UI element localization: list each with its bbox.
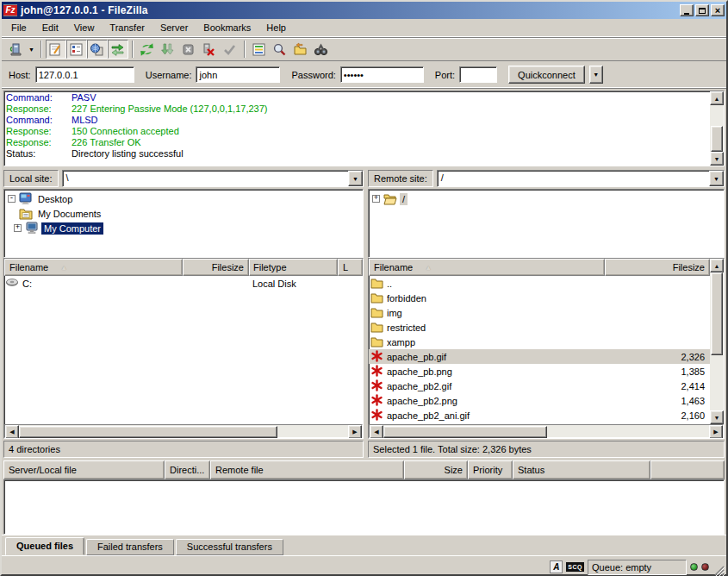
file-row[interactable]: apache_pb2.png1,463 [369,393,710,408]
remote-list-hscrollbar[interactable]: ◀ ▶ [369,424,724,438]
column-filename[interactable]: Filename▲ [4,259,183,276]
file-row[interactable]: img [369,305,710,320]
file-list-panes: Filename▲ Filesize Filetype L C: Local D… [2,258,726,439]
scroll-left-icon[interactable]: ◀ [370,425,383,439]
remote-list-vscrollbar[interactable]: ▲ ▼ [710,259,724,424]
file-row[interactable]: forbidden [369,291,710,305]
column-remote-file[interactable]: Remote file [210,460,404,479]
column-priority[interactable]: Priority [468,460,513,479]
scroll-down-icon[interactable]: ▼ [710,410,724,424]
cancel-operation-icon[interactable] [178,40,199,59]
column-filename[interactable]: Filename▲ [369,259,605,276]
minimize-button[interactable] [680,4,694,16]
transfer-type-indicator-icon[interactable]: A [550,560,563,573]
local-treeview-toggle-icon[interactable] [66,40,87,59]
host-input[interactable] [35,66,134,83]
quickconnect-dropdown-icon[interactable]: ▼ [589,66,603,84]
chevron-down-icon[interactable]: ▼ [348,171,363,186]
refresh-icon[interactable] [137,40,158,59]
my-computer-icon [25,222,39,235]
sort-ascending-icon: ▲ [425,264,432,272]
menu-bookmarks[interactable]: Bookmarks [196,21,258,35]
expand-icon[interactable]: + [372,195,380,203]
process-queue-icon[interactable] [158,40,178,59]
scq-indicator-icon[interactable]: SCQ [566,562,584,572]
scroll-up-icon[interactable]: ▲ [710,91,724,105]
chevron-down-icon[interactable]: ▼ [709,171,724,186]
directory-comparison-icon[interactable] [290,40,311,59]
message-log-toggle-icon[interactable] [46,40,66,59]
menu-server[interactable]: Server [152,21,196,35]
tree-item-desktop[interactable]: - Desktop [4,191,363,206]
file-row-selected[interactable]: apache_pb.gif2,326 [369,349,710,364]
file-row[interactable]: apache_pb2_ani.gif2,160 [369,408,710,423]
tab-failed-transfers[interactable]: Failed transfers [86,539,174,555]
toolbar-separator [40,41,42,58]
scroll-left-icon[interactable]: ◀ [5,425,19,439]
column-filesize[interactable]: Filesize [605,259,710,276]
close-button[interactable]: × [711,4,725,16]
folder-icon [370,277,384,290]
status-bar: A SCQ Queue: empty [2,555,726,576]
scroll-right-icon[interactable]: ▶ [709,425,723,439]
remote-list-header: Filename▲ Filesize [369,259,710,276]
menu-transfer[interactable]: Transfer [102,21,152,35]
menu-file[interactable]: File [3,21,34,35]
menu-view[interactable]: View [66,21,103,35]
menu-edit[interactable]: Edit [34,21,66,35]
log-scrollbar[interactable]: ▲ ▼ [710,91,724,166]
username-input[interactable] [196,66,280,83]
column-size[interactable]: Size [404,460,468,479]
column-direction[interactable]: Directi... [165,460,210,479]
collapse-icon[interactable]: - [8,195,16,203]
desktop-icon [19,192,33,205]
menu-help[interactable]: Help [258,21,294,35]
quickconnect-button[interactable]: Quickconnect [508,66,585,84]
maximize-button[interactable] [695,4,709,16]
site-manager-icon[interactable] [5,40,26,59]
remote-tree: + / [368,189,725,258]
remote-site-combo[interactable]: / ▼ [437,170,725,187]
window-title: john@127.0.0.1 - FileZilla [21,4,678,16]
scroll-right-icon[interactable]: ▶ [348,425,362,439]
scrollbar-thumb[interactable] [711,272,723,355]
file-row[interactable]: apache_pb2.gif2,414 [369,379,710,393]
port-input[interactable] [459,66,497,83]
scrollbar-thumb[interactable] [711,126,723,152]
tree-item-root[interactable]: + / [369,191,724,206]
file-row[interactable]: xampp [369,335,710,349]
local-site-value: \ [63,171,348,186]
file-row[interactable]: apache_pb.png1,385 [369,364,710,379]
scrollbar-thumb[interactable] [383,426,547,438]
file-row-c-drive[interactable]: C: Local Disk [4,276,363,291]
remote-treeview-toggle-icon[interactable] [87,40,108,59]
tab-queued-files[interactable]: Queued files [5,537,84,555]
file-row[interactable]: restricted [369,320,710,335]
column-filesize[interactable]: Filesize [183,259,249,276]
password-input[interactable] [340,66,424,83]
tree-item-my-documents[interactable]: My Documents [4,206,363,221]
scrollbar-thumb[interactable] [19,426,277,438]
scroll-down-icon[interactable]: ▼ [710,152,724,166]
local-site-combo[interactable]: \ ▼ [62,170,364,187]
column-filetype[interactable]: Filetype [249,259,338,276]
tab-successful-transfers[interactable]: Successful transfers [176,539,283,555]
column-server-local-file[interactable]: Server/Local file [3,460,165,479]
directory-listing-filters-icon[interactable] [249,40,270,59]
local-list-hscrollbar[interactable]: ◀ ▶ [4,424,363,438]
transfer-queue-toggle-icon[interactable] [108,40,128,59]
tree-panes: Local site: \ ▼ - Desktop My Documents [2,168,726,258]
resize-grip[interactable] [712,564,725,576]
local-tree: - Desktop My Documents + My Computer [3,189,364,258]
column-last-modified[interactable]: L [338,259,363,276]
site-manager-dropdown-icon[interactable]: ▼ [26,47,37,53]
synchronized-browsing-icon[interactable] [311,40,332,59]
tree-item-my-computer[interactable]: + My Computer [4,221,363,235]
expand-icon[interactable]: + [14,224,22,232]
reconnect-icon[interactable] [220,40,240,59]
disconnect-icon[interactable] [199,40,220,59]
scroll-up-icon[interactable]: ▲ [710,259,724,272]
file-search-icon[interactable] [270,40,290,59]
file-row[interactable]: .. [369,276,710,291]
column-status[interactable]: Status [513,460,650,479]
